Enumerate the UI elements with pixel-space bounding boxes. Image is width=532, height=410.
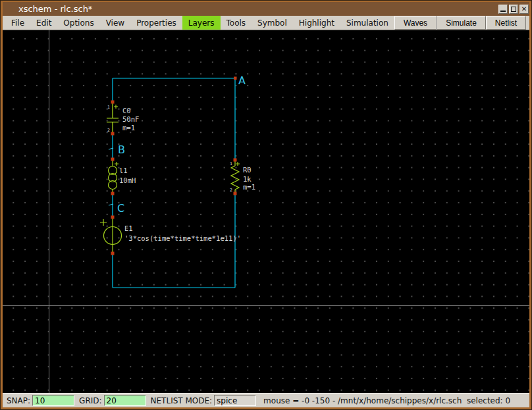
component-extra: m=1 [122,124,135,132]
pin-square [111,192,115,195]
netlist-mode-input[interactable] [214,395,256,406]
mouse-coordinates-status: mouse = -0 -150 - /mnt/x/home/schippes/x… [263,396,510,405]
component-ref: l1 [119,167,128,174]
menu-layers[interactable]: Layers [182,16,221,30]
net-labels[interactable]: A B C [109,74,246,215]
menu-tools[interactable]: Tools [221,16,252,30]
component-extra: m=1 [243,183,255,191]
simulate-button[interactable]: Simulate [437,16,486,30]
menubar: File Edit Options View Properties Layers… [3,16,529,30]
plus-mark [100,219,107,226]
maximize-button[interactable] [509,5,518,14]
menu-options[interactable]: Options [57,16,99,30]
pin-square [111,101,115,104]
pin-square [111,252,115,255]
schematic-drawing: 1 2 C0 50nF m=1 l1 10mH [3,30,529,393]
pin-square [234,159,237,162]
component-resistor-R0[interactable]: 1 2 R0 1k m=1 [230,159,255,195]
window-controls: ✕ [498,5,529,14]
menu-edit[interactable]: Edit [30,16,57,30]
component-value: '3*cos(time*time*time*1e11)' [124,234,241,242]
waves-button[interactable]: Waves [394,16,437,30]
minimize-icon [500,11,506,12]
plus-mark [114,105,118,109]
schematic-canvas[interactable]: 1 2 C0 50nF m=1 l1 10mH [3,30,529,393]
menu-simulation[interactable]: Simulation [340,16,394,30]
plus-mark [236,162,240,166]
xschem-window: xschem - rlc.sch* ✕ File Edit Options Vi… [0,0,532,410]
net-label-A[interactable]: A [238,74,246,87]
pin-number: 1 [230,161,232,167]
close-icon: ✕ [521,6,527,13]
menu-file[interactable]: File [5,16,30,30]
pin-number: 1 [107,105,110,110]
grid-label: GRID: [79,396,101,405]
pin-number: 2 [230,188,232,193]
pin-square [111,216,115,219]
component-value: 50nF [122,115,139,123]
pin-square [111,158,115,161]
snap-input[interactable] [32,395,74,406]
component-inductor-l1[interactable]: l1 10mH [109,158,136,195]
maximize-icon [511,7,516,12]
component-capacitor-C0[interactable]: 1 2 C0 50nF m=1 [107,101,139,136]
menu-symbol[interactable]: Symbol [252,16,293,30]
component-ref: E1 [124,224,133,232]
net-label-C[interactable]: C [117,202,124,215]
component-ref: C0 [122,107,131,115]
component-value: 1k [243,175,252,183]
statusbar: SNAP: GRID: NETLIST MODE: mouse = -0 -15… [3,393,529,407]
menu-help[interactable]: Help [526,16,532,30]
pin-number: 2 [107,128,110,133]
menu-view[interactable]: View [100,16,130,30]
titlebar[interactable]: xschem - rlc.sch* ✕ [3,2,529,16]
wire-endpoint-marker [234,77,237,80]
net-label-B[interactable]: B [118,143,125,156]
window-title: xschem - rlc.sch* [18,4,498,14]
netlist-button[interactable]: Netlist [486,16,526,30]
plus-mark [115,162,119,166]
minimize-button[interactable] [498,5,508,14]
grid-input[interactable] [104,395,146,406]
close-button[interactable]: ✕ [519,5,529,14]
menu-properties[interactable]: Properties [130,16,182,30]
netlist-mode-label: NETLIST MODE: [151,396,213,405]
snap-label: SNAP: [7,396,30,405]
pin-square [234,192,237,195]
menu-highlight[interactable]: Highlight [293,16,340,30]
component-ref: R0 [243,166,252,174]
origin-axes [3,30,529,393]
pin-square [111,132,115,136]
component-value: 10mH [119,176,136,184]
component-vsource-E1[interactable]: E1 '3*cos(time*time*time*1e11)' [100,216,241,255]
